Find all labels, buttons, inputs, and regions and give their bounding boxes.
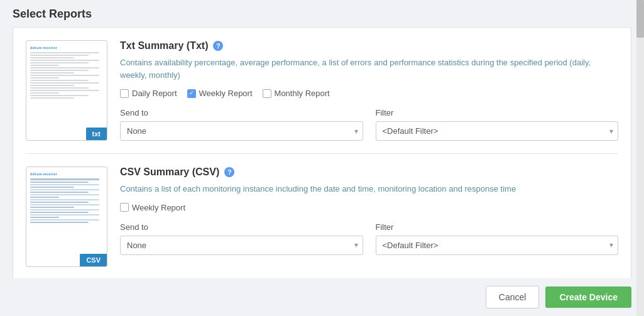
help-icon-txt[interactable]: ? bbox=[213, 41, 223, 51]
help-icon-csv[interactable]: ? bbox=[224, 167, 234, 177]
checkbox-daily[interactable]: Daily Report bbox=[120, 89, 177, 98]
page-title: Select Reports bbox=[0, 0, 644, 27]
checkbox-box-weekly-csv[interactable] bbox=[120, 203, 129, 212]
checkbox-box-daily[interactable] bbox=[120, 89, 129, 98]
send-to-label-txt: Send to bbox=[120, 108, 363, 117]
report-title-row-csv: CSV Summary (CSV) ? bbox=[120, 166, 618, 178]
send-to-select-txt[interactable]: None bbox=[120, 121, 363, 141]
report-thumbnail-csv: dokum-monitor bbox=[26, 166, 107, 267]
footer: Cancel Create Device bbox=[0, 278, 644, 316]
checkbox-label-weekly: Weekly Report bbox=[199, 89, 253, 98]
page-wrapper: Select Reports dokum-monitor bbox=[0, 0, 644, 316]
send-to-wrapper-csv: None ▾ bbox=[120, 236, 363, 255]
form-row-csv: Send to None ▾ Filter bbox=[120, 222, 618, 255]
filter-group-csv: Filter <Default Filter> ▾ bbox=[376, 222, 619, 255]
filter-label-csv: Filter bbox=[376, 222, 619, 232]
send-to-group-csv: Send to None ▾ bbox=[120, 222, 363, 255]
checkbox-box-monthly[interactable] bbox=[263, 89, 271, 98]
filter-select-csv[interactable]: <Default Filter> bbox=[376, 236, 619, 255]
cancel-button[interactable]: Cancel bbox=[486, 286, 540, 308]
filter-label-txt: Filter bbox=[376, 108, 619, 117]
report-title-csv: CSV Summary (CSV) bbox=[120, 166, 219, 178]
create-device-button[interactable]: Create Device bbox=[545, 286, 631, 308]
report-title-row-txt: Txt Summary (Txt) ? bbox=[120, 40, 618, 52]
filter-wrapper-txt: <Default Filter> ▾ bbox=[376, 121, 619, 141]
report-item-txt: dokum-monitor bbox=[26, 40, 618, 154]
checkbox-monthly[interactable]: Monthly Report bbox=[263, 89, 330, 98]
checkbox-weekly-csv[interactable]: Weekly Report bbox=[120, 203, 185, 212]
report-item-csv: dokum-monitor bbox=[26, 166, 618, 278]
form-row-txt: Send to None ▾ Filter bbox=[120, 108, 618, 141]
report-thumbnail-txt: dokum-monitor bbox=[26, 40, 107, 141]
report-details-csv: CSV Summary (CSV) ? Contains a list of e… bbox=[120, 166, 618, 267]
filter-select-txt[interactable]: <Default Filter> bbox=[376, 121, 619, 141]
reports-card: dokum-monitor bbox=[13, 27, 631, 278]
scrollbar-track[interactable] bbox=[636, 0, 644, 316]
checkbox-label-daily: Daily Report bbox=[132, 89, 177, 98]
scrollbar-thumb[interactable] bbox=[636, 0, 644, 38]
checkbox-label-weekly-csv: Weekly Report bbox=[132, 203, 185, 212]
thumbnail-badge-csv: CSV bbox=[80, 254, 107, 266]
send-to-label-csv: Send to bbox=[120, 222, 363, 232]
report-description-txt: Contains availability percentage, averag… bbox=[120, 57, 618, 81]
send-to-wrapper-txt: None ▾ bbox=[120, 121, 363, 141]
report-title-txt: Txt Summary (Txt) bbox=[120, 40, 208, 52]
checkboxes-row-txt: Daily Report Weekly Report Monthly Repor… bbox=[120, 89, 618, 98]
send-to-select-csv[interactable]: None bbox=[120, 236, 363, 255]
checkbox-weekly[interactable]: Weekly Report bbox=[187, 89, 253, 98]
checkbox-label-monthly: Monthly Report bbox=[275, 89, 330, 98]
report-details-txt: Txt Summary (Txt) ? Contains availabilit… bbox=[120, 40, 618, 141]
checkbox-box-weekly[interactable] bbox=[187, 89, 196, 98]
thumbnail-badge-txt: txt bbox=[86, 128, 107, 140]
filter-group-txt: Filter <Default Filter> ▾ bbox=[376, 108, 619, 141]
report-description-csv: Contains a list of each monitoring insta… bbox=[120, 183, 618, 195]
main-content: dokum-monitor bbox=[0, 27, 644, 278]
checkboxes-row-csv: Weekly Report bbox=[120, 203, 618, 212]
filter-wrapper-csv: <Default Filter> ▾ bbox=[376, 236, 619, 255]
send-to-group-txt: Send to None ▾ bbox=[120, 108, 363, 141]
